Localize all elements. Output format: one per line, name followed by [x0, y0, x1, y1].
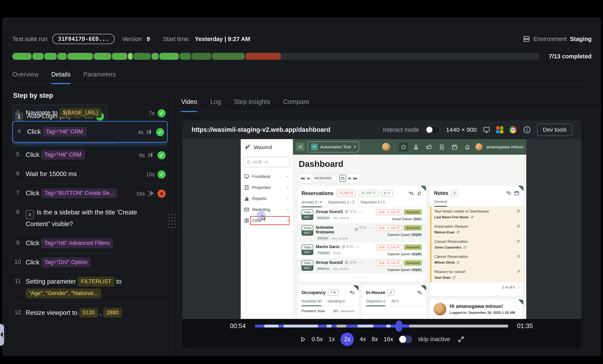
speed-0.5x[interactable]: 0.5x [312, 336, 323, 342]
reservations-tab-arrivals[interactable]: Arrivals 0 / 4 [302, 200, 322, 207]
step-row[interactable]: 2Navigate to ${BASE_URL} 7s✓ [12, 105, 168, 121]
speed-16x[interactable]: 16x [384, 336, 393, 342]
video-viewport[interactable]: Wasimil ctrl/⌘ + k FrontdeskPropertiesRe… [183, 139, 581, 319]
reservation-row[interactable]: Today09/27Group Guest1ETA: --:--MINZAXan… [297, 207, 426, 223]
speed-1x[interactable]: 1x [329, 336, 335, 342]
windows-os-icon[interactable] [496, 126, 503, 133]
external-link-icon[interactable] [345, 210, 348, 214]
external-link-icon[interactable] [456, 231, 460, 234]
external-link-icon[interactable] [470, 216, 474, 219]
step-row[interactable]: 5Click Tag="H6" CRM 8s✓ [12, 147, 168, 163]
calendar-icon[interactable] [452, 144, 458, 150]
progress-bar[interactable] [12, 53, 539, 60]
speed-8x[interactable]: 8x [372, 336, 378, 342]
step-row[interactable]: 10Click Tag="DIV" Option [12, 254, 168, 270]
tab-log[interactable]: Log [210, 98, 221, 112]
dev-tools-button[interactable]: Dev tools [537, 124, 572, 136]
user-avatar[interactable] [475, 143, 483, 151]
pin-icon[interactable] [516, 209, 521, 214]
step-row[interactable]: 4Click Tag="H6" CRM 4s✓ [12, 121, 168, 143]
bell-icon[interactable] [464, 144, 470, 150]
notes-tab-general[interactable]: General [434, 200, 447, 206]
sort-icon[interactable] [417, 191, 422, 196]
pin-icon[interactable] [516, 270, 521, 274]
step-row[interactable]: 7Click Tag="BUTTON" Create Se... 16s✕ [12, 185, 168, 201]
speed-2x[interactable]: 2x [340, 333, 354, 346]
left-edge-handle[interactable] [0, 324, 4, 346]
fullscreen-icon[interactable] [458, 336, 464, 342]
filter-search-icon[interactable] [349, 290, 355, 295]
pin-icon[interactable] [516, 254, 521, 259]
step-row[interactable]: 12Resize viewport to 5120 , 2880 [12, 305, 168, 321]
occupancy-tab-vacating[interactable]: Vacating 0 [328, 299, 345, 306]
step-row[interactable]: 11Setting parameter FILTERLIST to"Age", … [12, 273, 168, 302]
playhead-handle[interactable] [395, 320, 403, 332]
reservation-row[interactable]: Today09/27lastname firstnameETA: --:--ER… [297, 223, 426, 242]
step-row[interactable]: 8AIs the a sidebar with the title 'Creat… [12, 204, 168, 232]
chrome-browser-icon[interactable] [509, 126, 517, 133]
step-row[interactable]: 9Click Tag="H6" Advanced Filters [12, 235, 168, 251]
monitor-icon[interactable] [483, 126, 490, 133]
stamp-icon[interactable] [413, 144, 419, 150]
skip-inactive-toggle[interactable] [399, 335, 412, 343]
chevron-right-icon[interactable]: › [518, 285, 520, 290]
note-item[interactable]: Reason for cancelJean Dean [431, 267, 523, 282]
step-row[interactable]: 6Wait for 15000 ms 15s✓ [12, 166, 168, 182]
note-item[interactable]: Automation ReasonWatson Evan [431, 222, 523, 237]
sidebar-collapse-button[interactable] [296, 142, 305, 151]
speed-4x[interactable]: 4x [360, 336, 366, 342]
tab-step-insights[interactable]: Step insights [234, 98, 270, 112]
external-link-icon[interactable] [456, 261, 460, 264]
player-timeline[interactable] [255, 325, 508, 328]
info-icon[interactable] [523, 126, 531, 134]
workspace-select[interactable]: Automation Test ▾ [308, 141, 359, 153]
note-item[interactable]: Test Notes visible in DashboardLast Name… [431, 207, 523, 222]
inhouse-tab-all[interactable]: All 0 [392, 299, 399, 306]
play-icon[interactable] [300, 336, 306, 342]
note-item[interactable]: Cancel ReservationJones Cassandra [431, 237, 523, 252]
filter-search-icon[interactable] [506, 190, 511, 196]
home-icon[interactable] [399, 142, 408, 152]
note-title: Test Notes visible in Dashboard [434, 209, 520, 214]
calendar-icon[interactable] [514, 190, 519, 196]
reservation-row[interactable]: Today09/27Group Guest2ETA: --:--MINZAXan… [297, 258, 426, 274]
external-link-icon[interactable] [345, 261, 348, 264]
external-link-icon[interactable] [463, 246, 466, 249]
fast-rewind-icon[interactable]: ◀◀ [300, 176, 304, 180]
fast-forward-icon[interactable]: ▶▶ [353, 176, 357, 180]
tab-compare[interactable]: Compare [283, 98, 309, 112]
panel-drag-handle[interactable] [168, 214, 176, 228]
tab-video[interactable]: Video [181, 98, 197, 112]
calendar-picker-icon[interactable] [339, 175, 346, 182]
interact-mode-toggle[interactable] [425, 126, 440, 134]
next-day-icon[interactable]: ▶| [349, 176, 351, 180]
step-description: Click Tag="H6" CRM [26, 150, 136, 160]
sidebar-item-properties[interactable]: Properties [241, 182, 293, 193]
inhouse-tab-stayovers[interactable]: Stayovers 0 [366, 299, 385, 306]
run-id-pill[interactable]: 31F0417D-6ED... [52, 34, 115, 44]
occupancy-tab-available[interactable]: Available 60 [302, 299, 322, 306]
filter-search-icon[interactable] [417, 290, 422, 295]
tab-overview[interactable]: Overview [12, 71, 39, 83]
mailbox-icon[interactable] [426, 144, 432, 150]
sidebar-item-reports[interactable]: Reports [241, 193, 293, 204]
avatar[interactable] [382, 143, 390, 151]
tab-parameters[interactable]: Parameters [83, 71, 116, 83]
reservations-tab-stayovers[interactable]: Stayovers 0 / 1 [360, 200, 385, 207]
app-search-input[interactable]: ctrl/⌘ + k [244, 157, 290, 167]
tab-details[interactable]: Details [51, 71, 70, 83]
external-link-icon[interactable] [341, 245, 345, 249]
pin-icon[interactable] [516, 239, 521, 244]
resolution-value[interactable]: 1440 × 900 [446, 126, 477, 133]
filter-search-icon[interactable] [408, 191, 414, 196]
external-link-icon[interactable] [452, 276, 455, 279]
prev-day-icon[interactable]: |◀ [307, 176, 309, 180]
document-icon[interactable] [439, 144, 445, 150]
pin-icon[interactable] [516, 224, 521, 229]
reservations-tab-departures[interactable]: Departures 2 / 2 [328, 200, 354, 207]
note-item[interactable]: Cancel ReservationWilson Olivia [431, 252, 523, 267]
external-link-icon[interactable] [354, 228, 358, 232]
sidebar-item-frontdesk[interactable]: Frontdesk [241, 171, 293, 182]
reservation-row[interactable]: Today09/27Martin DarioETA: --:--T29M3DEm… [297, 242, 426, 258]
date-input[interactable] [312, 175, 337, 182]
